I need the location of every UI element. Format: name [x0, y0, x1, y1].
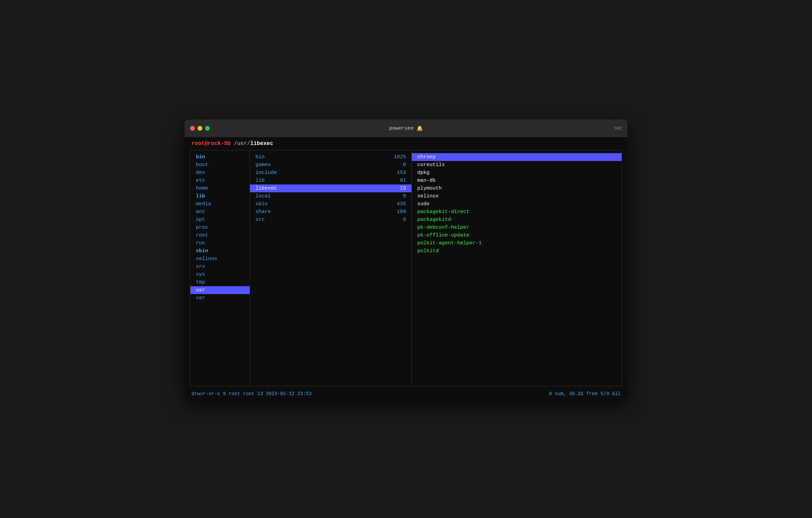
- minimize-button[interactable]: [198, 126, 202, 131]
- mid-panel-item[interactable]: games0: [250, 161, 411, 169]
- mid-panel-item[interactable]: local9: [250, 192, 411, 200]
- left-panel-item[interactable]: opt: [190, 216, 250, 224]
- mid-item-count: 0: [403, 217, 406, 223]
- left-panel-item[interactable]: selinux: [190, 255, 250, 263]
- window-title: powersee 🔔: [389, 125, 423, 132]
- left-panel-item[interactable]: srv: [190, 263, 250, 271]
- prompt-line: root@rock-5b /usr/libexec: [185, 137, 627, 150]
- status-bar: drwxr-xr-x 9 root root 13 2023-02-12 23:…: [185, 389, 627, 399]
- mid-panel-item[interactable]: share109: [250, 208, 411, 216]
- left-panel-item[interactable]: proc: [190, 224, 250, 231]
- mid-item-count: 13: [400, 185, 406, 191]
- right-panel-item[interactable]: packagekit-direct: [412, 208, 622, 216]
- right-panel-item[interactable]: dpkg: [412, 169, 622, 177]
- title-text: powersee: [389, 126, 413, 131]
- left-panel-item[interactable]: home: [190, 184, 250, 192]
- right-panel: chronycoreutilsdpkgman-dbplymouthselinux…: [412, 150, 622, 386]
- file-panels: binbootdevetchomelibmediamntoptprocrootr…: [190, 150, 622, 386]
- mid-item-name: libexec: [255, 185, 277, 191]
- mid-panel-item[interactable]: libexec13: [250, 184, 411, 192]
- left-panel-item[interactable]: etc: [190, 177, 250, 184]
- mid-item-count: 81: [400, 178, 406, 183]
- mid-panel: bin1025games0include153lib81libexec13loc…: [250, 150, 412, 386]
- right-panel-item[interactable]: chrony: [412, 153, 622, 161]
- mid-item-count: 1025: [394, 154, 406, 160]
- right-panel-item[interactable]: packagekitd: [412, 216, 622, 224]
- right-panel-item[interactable]: pk-offline-update: [412, 231, 622, 239]
- prompt-path-plain: /usr/: [234, 141, 250, 147]
- mid-item-name: share: [255, 209, 271, 215]
- left-panel-item[interactable]: tmp: [190, 278, 250, 286]
- right-panel-item[interactable]: coreutils: [412, 161, 622, 169]
- left-panel-item[interactable]: media: [190, 200, 250, 208]
- traffic-lights: [190, 126, 210, 131]
- prompt-user: root@rock-5b: [191, 141, 231, 147]
- left-panel-item[interactable]: bin: [190, 153, 250, 161]
- right-panel-item[interactable]: selinux: [412, 192, 622, 200]
- mid-item-count: 109: [397, 209, 406, 215]
- mid-item-name: src: [255, 217, 265, 223]
- mid-panel-item[interactable]: sbin435: [250, 200, 411, 208]
- mid-panel-item[interactable]: bin1025: [250, 153, 411, 161]
- mid-item-count: 9: [403, 193, 406, 199]
- left-panel-item[interactable]: usr: [190, 286, 250, 294]
- left-panel-item[interactable]: lib: [190, 192, 250, 200]
- maximize-button[interactable]: [205, 126, 210, 131]
- left-panel-item[interactable]: dev: [190, 169, 250, 177]
- mid-item-count: 435: [397, 201, 406, 207]
- mid-item-name: include: [255, 170, 277, 176]
- left-panel-item[interactable]: boot: [190, 161, 250, 169]
- bell-icon: 🔔: [417, 125, 423, 132]
- right-panel-item[interactable]: pk-debconf-helper: [412, 224, 622, 231]
- left-panel: binbootdevetchomelibmediamntoptprocrootr…: [190, 150, 250, 386]
- prompt-path-bold: libexec: [250, 141, 273, 147]
- left-panel-item[interactable]: root: [190, 231, 250, 239]
- right-panel-item[interactable]: sudo: [412, 200, 622, 208]
- status-right: 0 sum, 48.2G free 5/9 All: [549, 391, 621, 396]
- mid-item-name: games: [255, 162, 271, 168]
- mid-item-name: local: [255, 193, 271, 199]
- close-button[interactable]: [190, 126, 195, 131]
- left-panel-item[interactable]: run: [190, 239, 250, 247]
- mid-item-name: bin: [255, 154, 265, 160]
- keyboard-shortcut: ⌥⌘2: [614, 126, 622, 131]
- status-left: drwxr-xr-x 9 root root 13 2023-02-12 23:…: [191, 391, 312, 396]
- terminal-window: powersee 🔔 ⌥⌘2 root@rock-5b /usr/libexec…: [185, 119, 627, 399]
- left-panel-item[interactable]: var: [190, 294, 250, 302]
- mid-panel-item[interactable]: lib81: [250, 177, 411, 184]
- mid-panel-item[interactable]: src0: [250, 216, 411, 224]
- mid-item-count: 0: [403, 162, 406, 168]
- right-panel-item[interactable]: polkit-agent-helper-1: [412, 239, 622, 247]
- mid-item-name: sbin: [255, 201, 268, 207]
- mid-item-name: lib: [255, 178, 265, 183]
- mid-panel-item[interactable]: include153: [250, 169, 411, 177]
- right-panel-item[interactable]: man-db: [412, 177, 622, 184]
- left-panel-item[interactable]: mnt: [190, 208, 250, 216]
- left-panel-item[interactable]: sys: [190, 271, 250, 278]
- mid-item-count: 153: [397, 170, 406, 176]
- titlebar: powersee 🔔 ⌥⌘2: [185, 119, 627, 137]
- left-panel-item[interactable]: sbin: [190, 247, 250, 255]
- right-panel-item[interactable]: polkitd: [412, 247, 622, 255]
- right-panel-item[interactable]: plymouth: [412, 184, 622, 192]
